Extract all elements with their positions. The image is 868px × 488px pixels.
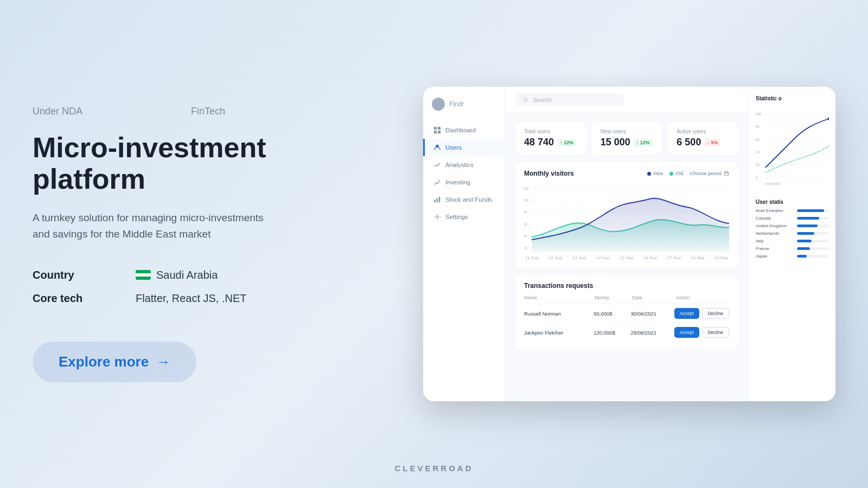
monthly-chart-svg: 120 100 80 60 40 20: [524, 183, 729, 253]
sidebar-item-stock[interactable]: Stock and Funds: [423, 191, 504, 208]
stat-value-total: 48 740 ↑ 12%: [524, 137, 577, 148]
transactions-title: Transactions requests: [524, 282, 729, 290]
sidebar-item-users[interactable]: Users: [423, 139, 504, 156]
svg-text:80: 80: [756, 125, 760, 129]
user-stat-row: Italy: [756, 239, 829, 243]
calendar-icon: [724, 171, 729, 176]
top-bar: Search: [505, 87, 749, 113]
sidebar-nav: Dashboard Users Analystics: [423, 121, 504, 226]
tech-label: Core tech: [33, 292, 103, 305]
svg-text:120: 120: [524, 187, 529, 190]
svg-rect-11: [724, 172, 729, 176]
desc-line2: and savings for the Middle East market: [33, 228, 210, 240]
user-stat-bar-2: [797, 224, 818, 227]
svg-point-8: [436, 216, 438, 218]
table-row: Russell Norman 50,000$ 30/06/2021 Accept…: [524, 304, 729, 323]
user-stat-bar-0: [797, 209, 824, 212]
svg-rect-0: [434, 127, 437, 130]
explore-label: Explore more: [59, 354, 149, 370]
stat-card-new: New users 15 000 ↑ 12%: [592, 122, 662, 155]
svg-text:40: 40: [524, 234, 527, 238]
chart-area: 120 100 80 60 40 20: [524, 183, 729, 253]
svg-rect-5: [434, 200, 436, 202]
svg-text:80: 80: [524, 210, 527, 214]
user-stat-name-1: Canada: [756, 216, 794, 221]
user-stats-section: User statis Arab Emirates Canada: [756, 199, 829, 259]
user-stat-row: Netherlands: [756, 231, 829, 236]
side-stats-section: Statistic o 100 80 60: [756, 95, 829, 191]
sidebar-item-dashboard[interactable]: Dashboard: [423, 121, 504, 139]
chart-legend: New Old Choose period: [647, 171, 729, 176]
user-stat-row: Japan: [756, 254, 829, 259]
search-box[interactable]: Search: [515, 93, 624, 106]
sidebar-item-investing[interactable]: Investing: [423, 174, 504, 191]
user-stat-name-0: Arab Emirates: [756, 208, 794, 213]
legend-dot-old: [669, 172, 673, 176]
decline-button-2[interactable]: Decline: [702, 327, 729, 338]
user-stat-bar-bg-1: [797, 217, 829, 220]
content-area: Total users 48 740 ↑ 12% New users 15 00…: [505, 113, 749, 401]
chart-period[interactable]: Choose period: [690, 171, 729, 176]
stat-label-new: New users: [601, 129, 653, 134]
side-chart-title: Statistic o: [756, 95, 829, 101]
legend-new: New: [647, 171, 663, 176]
tech-value: Flatter, React JS, .NET: [136, 292, 247, 305]
accept-button-1[interactable]: Accept: [674, 308, 699, 319]
stat-card-active: Active users 6 500 ↓ 5%: [668, 122, 738, 155]
user-stat-row: Canada: [756, 216, 829, 221]
user-stat-bar-bg-4: [797, 240, 829, 242]
sidebar-item-analytics[interactable]: Analystics: [423, 156, 504, 174]
sidebar-label-analytics: Analystics: [445, 162, 474, 168]
svg-text:40: 40: [756, 150, 760, 154]
cell-money-1: 50,000$: [593, 311, 626, 317]
svg-point-39: [827, 117, 829, 120]
chart-xaxis: 11 Sep 12 Sep 13 Sep 14 Sep 15 Sep 16 Se…: [524, 255, 729, 260]
users-icon: [433, 144, 441, 151]
user-stat-bar-3: [797, 232, 814, 235]
col-header-date: Date: [632, 295, 672, 300]
stat-label-active: Active users: [676, 129, 729, 134]
sidebar-item-settings[interactable]: Settings: [423, 208, 504, 226]
stats-row: Total users 48 740 ↑ 12% New users 15 00…: [515, 122, 738, 155]
svg-point-9: [524, 98, 527, 101]
svg-text:100: 100: [524, 198, 529, 202]
sidebar-logo: Findr: [423, 98, 504, 121]
desc-line1: A turnkey solution for managing micro-in…: [33, 212, 264, 223]
table-header: Name Money Date Action: [524, 295, 729, 304]
cell-name-1: Russell Norman: [524, 311, 589, 317]
tech-row: Core tech Flatter, React JS, .NET: [33, 292, 380, 305]
svg-text:20: 20: [756, 163, 760, 166]
svg-text:20: 20: [524, 246, 527, 250]
main-title: Micro-investment platform: [33, 132, 380, 194]
explore-more-button[interactable]: Explore more →: [33, 342, 196, 382]
country-label: Country: [33, 269, 103, 281]
logo-icon: [432, 98, 445, 111]
user-stat-row: Arab Emirates: [756, 208, 829, 213]
cell-name-2: Jackpoo Fletcher: [524, 330, 589, 336]
stat-value-new: 15 000 ↑ 12%: [601, 137, 653, 148]
user-stat-name-6: Japan: [756, 254, 794, 259]
page-wrapper: Under NDA FinTech Micro-investment platf…: [0, 0, 868, 488]
side-chart-svg: 100 80 60 40 20 0 ● Ses: [756, 105, 829, 191]
svg-rect-6: [436, 198, 438, 202]
stat-label-total: Total users: [524, 129, 577, 134]
stat-change-active: ↓ 5%: [704, 139, 720, 146]
settings-icon: [433, 213, 441, 221]
user-stat-bar-5: [797, 247, 810, 250]
search-icon: [523, 97, 528, 102]
accept-button-2[interactable]: Accept: [674, 327, 699, 338]
investing-icon: [433, 178, 441, 186]
analytics-icon: [433, 161, 441, 169]
chart-title: Monthly visitors: [524, 170, 574, 177]
tag-nda: Under NDA: [33, 106, 82, 117]
svg-text:60: 60: [756, 138, 760, 142]
sidebar-label-settings: Settings: [445, 214, 468, 220]
action-buttons-1: Accept Decline: [674, 308, 729, 319]
main-content: Search Total users 48 740 ↑ 12%: [505, 87, 749, 401]
sidebar-label-investing: Investing: [445, 179, 470, 185]
tag-fintech: FinTech: [191, 106, 225, 117]
svg-line-10: [527, 101, 528, 102]
decline-button-1[interactable]: Decline: [702, 308, 729, 319]
user-stat-name-5: France: [756, 246, 794, 251]
user-stat-bar-bg-3: [797, 232, 829, 235]
